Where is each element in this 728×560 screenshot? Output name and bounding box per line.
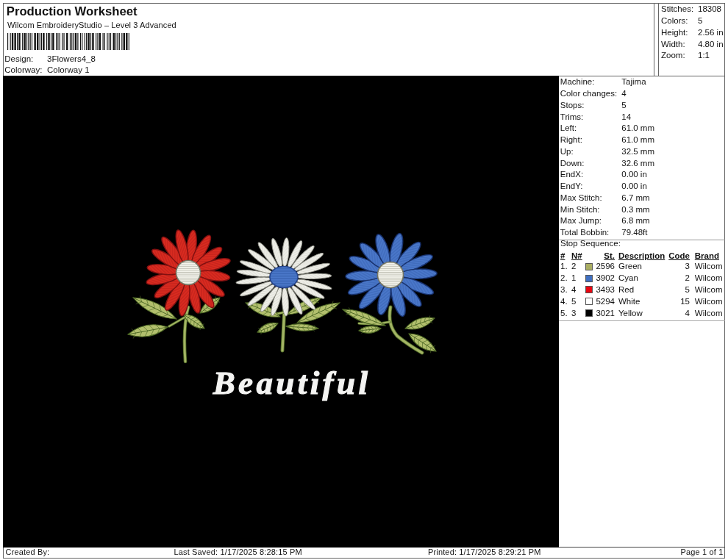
svg-text:Beautiful: Beautiful xyxy=(213,365,371,401)
